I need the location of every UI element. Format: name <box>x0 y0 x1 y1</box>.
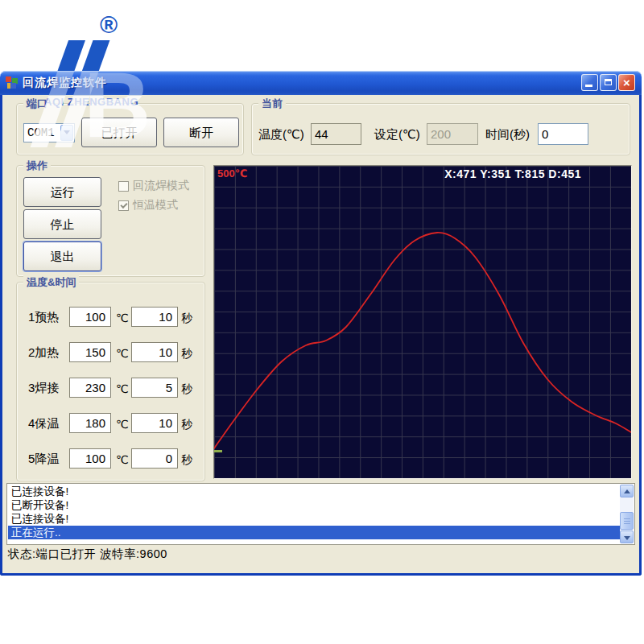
scrollbar-thumb[interactable] <box>620 512 634 530</box>
current-time-field[interactable] <box>538 123 588 145</box>
stage-label: 4保温 <box>28 416 59 431</box>
time-unit-label: 秒 <box>181 418 192 432</box>
stage-time-field[interactable] <box>131 448 178 469</box>
log-item[interactable]: 已连接设备! <box>8 485 620 498</box>
constant-temp-mode-label: 恒温模式 <box>133 198 178 213</box>
log-item[interactable]: 已断开设备! <box>8 498 620 512</box>
status-bar: 状态:端口已打开 波特率:9600 <box>8 547 167 562</box>
stage-time-field[interactable] <box>131 342 178 362</box>
port-disconnect-button[interactable]: 断开 <box>163 118 239 147</box>
stage-time-field[interactable] <box>131 307 178 327</box>
log-item[interactable]: 已连接设备! <box>8 512 620 526</box>
constant-temp-mode-checkbox[interactable]: 恒温模式 <box>118 198 178 213</box>
current-set-label: 设定(℃) <box>374 127 420 142</box>
temp-time-group: 温度&时间 1预热 ℃ 秒 2加热 ℃ 秒 3焊接 <box>16 282 205 481</box>
window-titlebar[interactable]: 回流焊监控软件 × <box>0 71 642 95</box>
maximize-button[interactable] <box>600 74 617 91</box>
port-open-button[interactable]: 已打开 <box>81 118 157 147</box>
maximize-icon <box>605 79 612 85</box>
app-icon <box>6 76 18 89</box>
chart-max-temp-label: 500℃ <box>217 167 247 180</box>
time-unit-label: 秒 <box>181 347 192 361</box>
close-button[interactable]: × <box>618 74 635 91</box>
com-port-select[interactable]: COM1 <box>23 123 75 142</box>
exit-button[interactable]: 退出 <box>23 242 101 271</box>
scroll-down-button[interactable] <box>620 530 634 543</box>
com-port-dropdown-button[interactable] <box>60 125 73 141</box>
reflow-mode-checkbox[interactable]: 回流焊模式 <box>118 179 189 193</box>
current-time-label: 时间(秒) <box>485 127 530 142</box>
minimize-button[interactable] <box>581 74 598 91</box>
chart-coords-readout: X:471 Y:351 T:815 D:451 <box>444 167 581 180</box>
close-icon: × <box>619 75 634 90</box>
time-unit-label: 秒 <box>181 453 192 468</box>
current-position-marker <box>214 450 222 452</box>
temp-unit-label: ℃ <box>116 418 129 431</box>
current-set-field[interactable] <box>427 123 478 145</box>
chevron-up-icon <box>624 489 630 493</box>
chevron-down-icon <box>624 536 630 540</box>
scroll-up-button[interactable] <box>620 485 634 497</box>
stage-temp-field[interactable] <box>69 413 111 433</box>
log-items: 已连接设备! 已断开设备! 已连接设备! 正在运行.. <box>8 485 620 539</box>
minimize-icon <box>585 85 592 87</box>
window-client: 端口 AQI ZHENGBANG COM1 已打开 断开 当前 温度(℃) 设定… <box>2 95 639 573</box>
stage-label: 2加热 <box>28 345 59 361</box>
stage-row-cool: 5降温 ℃ 秒 <box>17 448 204 469</box>
time-unit-label: 秒 <box>181 382 192 397</box>
stage-row-heat: 2加热 ℃ 秒 <box>17 342 204 363</box>
watermark-text: AQI ZHENGBANG <box>44 96 138 108</box>
run-button[interactable]: 运行 <box>23 177 101 207</box>
temperature-chart[interactable]: 500℃ X:471 Y:351 T:815 D:451 <box>213 165 632 479</box>
stage-label: 3焊接 <box>28 381 59 396</box>
temp-unit-label: ℃ <box>116 347 129 360</box>
current-group-label: 当前 <box>258 97 286 111</box>
temp-unit-label: ℃ <box>116 312 129 324</box>
stage-temp-field[interactable] <box>69 448 111 469</box>
stage-time-field[interactable] <box>131 378 178 398</box>
desktop: ® B B B 回流焊监控软件 <box>0 0 644 644</box>
stage-temp-field[interactable] <box>69 342 111 362</box>
stage-row-solder: 3焊接 ℃ 秒 <box>17 378 204 398</box>
temp-time-group-label: 温度&时间 <box>23 275 79 290</box>
temp-unit-label: ℃ <box>116 453 129 466</box>
stop-button[interactable]: 停止 <box>23 209 101 239</box>
current-group: 当前 温度(℃) 设定(℃) 时间(秒) <box>251 103 630 155</box>
current-temp-field[interactable] <box>311 123 361 145</box>
stage-temp-field[interactable] <box>69 378 111 398</box>
app-window: 端口 AQI ZHENGBANG COM1 已打开 断开 当前 温度(℃) 设定… <box>0 95 642 576</box>
log-listbox[interactable]: 已连接设备! 已断开设备! 已连接设备! 正在运行.. <box>6 483 635 545</box>
time-unit-label: 秒 <box>181 312 192 326</box>
port-group: 端口 AQI ZHENGBANG COM1 已打开 断开 <box>16 103 244 155</box>
temp-unit-label: ℃ <box>116 382 129 395</box>
log-item[interactable]: 正在运行.. <box>8 526 620 539</box>
window-title: 回流焊监控软件 <box>23 76 107 90</box>
operation-group-label: 操作 <box>23 159 51 173</box>
scrollbar-grip-icon <box>624 518 630 525</box>
stage-row-preheat: 1预热 ℃ 秒 <box>17 307 204 328</box>
temperature-curve <box>214 166 631 478</box>
stage-label: 1预热 <box>28 310 59 325</box>
stage-row-hold: 4保温 ℃ 秒 <box>17 413 204 434</box>
checkbox-icon[interactable] <box>118 181 129 192</box>
current-temp-label: 温度(℃) <box>258 127 304 142</box>
operation-group: 操作 运行 停止 退出 回流焊模式 恒温模式 <box>16 165 205 277</box>
log-scrollbar[interactable] <box>620 485 634 543</box>
registered-trademark-icon: ® <box>100 11 118 39</box>
stage-temp-field[interactable] <box>69 307 111 327</box>
stage-label: 5降温 <box>28 452 59 467</box>
reflow-mode-label: 回流焊模式 <box>133 179 189 193</box>
chevron-down-icon <box>64 130 70 134</box>
checkbox-icon[interactable] <box>118 200 129 211</box>
com-port-value: COM1 <box>27 126 55 139</box>
window-controls: × <box>581 74 635 91</box>
stage-time-field[interactable] <box>131 413 178 433</box>
